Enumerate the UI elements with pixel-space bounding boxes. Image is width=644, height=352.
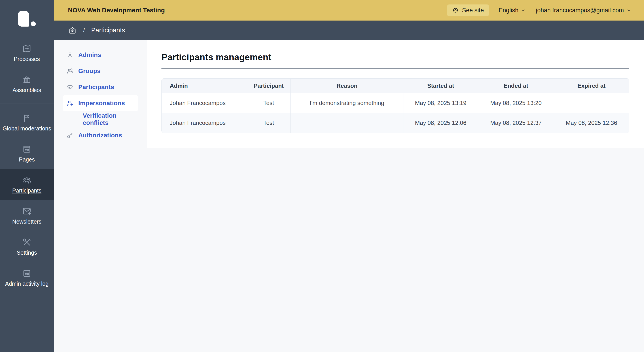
- submenu-item-label: Participants: [78, 84, 114, 91]
- table-cell: Test: [247, 93, 290, 113]
- decidim-logo-icon: [18, 11, 36, 26]
- main-panel: Participants management AdminParticipant…: [147, 40, 644, 148]
- language-label: English: [499, 7, 518, 14]
- title-divider: [162, 68, 629, 69]
- user-email: johan.francocampos@gmail.com: [536, 7, 624, 14]
- submenu-item-impersonations[interactable]: Impersonations: [62, 95, 138, 111]
- hand-heart-icon: [66, 83, 74, 91]
- sidebar-divider: [0, 103, 54, 103]
- user-add-icon: [66, 99, 74, 107]
- main-area: Participants management AdminParticipant…: [147, 40, 644, 352]
- submenu-item-authorizations[interactable]: Authorizations: [62, 127, 138, 143]
- page-icon: [22, 268, 32, 278]
- submenu-item-participants[interactable]: Participants: [62, 79, 138, 95]
- admin-sidebar: ProcessesAssembliesGlobal moderationsPag…: [0, 0, 54, 352]
- top-bar: NOVA Web Development Testing See site En…: [54, 0, 644, 20]
- column-header-participant: Participant: [247, 79, 290, 93]
- table-cell: Test: [247, 113, 290, 133]
- table-cell: May 08, 2025 12:36: [554, 113, 629, 133]
- logo-bar-shape: [18, 11, 29, 26]
- table-cell: May 08, 2025 12:37: [478, 113, 554, 133]
- submenu-item-admins[interactable]: Admins: [62, 47, 138, 63]
- sidebar-item-pages[interactable]: Pages: [0, 138, 54, 169]
- table-row: Johan FrancocamposTestMay 08, 2025 12:06…: [162, 113, 629, 133]
- sidebar-item-label: Processes: [14, 56, 40, 62]
- home-gear-icon: [68, 26, 77, 35]
- sidebar-item-assemblies[interactable]: Assemblies: [0, 69, 54, 100]
- impersonations-table-wrap: AdminParticipantReasonStarted atEnded at…: [162, 78, 629, 133]
- page-icon: [22, 144, 32, 154]
- page-background: [147, 148, 644, 352]
- see-site-label: See site: [462, 7, 484, 14]
- table-cell: May 08, 2025 12:06: [404, 113, 478, 133]
- flag-icon: [22, 113, 32, 123]
- eye-icon: [452, 7, 459, 14]
- submenu-item-label: Authorizations: [78, 132, 122, 139]
- submenu-item-label: Groups: [78, 67, 100, 75]
- page-title: Participants management: [162, 52, 629, 62]
- column-header-reason: Reason: [291, 79, 404, 93]
- sidebar-item-participants[interactable]: Participants: [0, 169, 54, 200]
- topbar-right-group: See site English johan.francocampos@gmai…: [447, 4, 632, 16]
- column-header-expired-at: Expired at: [554, 79, 629, 93]
- group-icon: [22, 175, 32, 185]
- column-header-ended-at: Ended at: [478, 79, 554, 93]
- content-area: AdminsGroupsParticipantsImpersonationsVe…: [54, 40, 644, 352]
- table-header-row: AdminParticipantReasonStarted atEnded at…: [162, 79, 629, 93]
- main-column: NOVA Web Development Testing See site En…: [54, 0, 644, 352]
- table-cell: May 08, 2025 13:19: [404, 93, 478, 113]
- logo-dot-shape: [31, 21, 36, 26]
- table-body: Johan FrancocamposTestI'm demonstrating …: [162, 93, 629, 133]
- breadcrumb-separator: /: [83, 26, 85, 34]
- key-icon: [66, 132, 74, 139]
- table-cell: [291, 113, 404, 133]
- sidebar-nav: ProcessesAssembliesGlobal moderationsPag…: [0, 37, 54, 293]
- participants-submenu: AdminsGroupsParticipantsImpersonationsVe…: [54, 40, 147, 352]
- building-icon: [22, 75, 32, 85]
- submenu-item-label: Verification conflicts: [83, 112, 138, 126]
- user-icon: [66, 51, 74, 59]
- user-menu-dropdown[interactable]: johan.francocampos@gmail.com: [536, 7, 632, 14]
- sidebar-item-settings[interactable]: Settings: [0, 231, 54, 262]
- table-row: Johan FrancocamposTestI'm demonstrating …: [162, 93, 629, 113]
- breadcrumb-current[interactable]: Participants: [91, 26, 125, 34]
- sidebar-item-global-moderations[interactable]: Global moderations: [0, 107, 54, 138]
- submenu-item-label: Impersonations: [78, 100, 125, 107]
- column-header-admin: Admin: [162, 79, 247, 93]
- chevron-down-icon: [626, 7, 632, 13]
- sidebar-item-processes[interactable]: Processes: [0, 37, 54, 69]
- organization-title: NOVA Web Development Testing: [68, 7, 165, 14]
- sidebar-item-label: Admin activity log: [5, 280, 49, 287]
- see-site-button[interactable]: See site: [447, 4, 489, 16]
- tools-icon: [22, 237, 32, 247]
- users-icon: [66, 67, 74, 75]
- submenu-item-verification-conflicts[interactable]: Verification conflicts: [62, 111, 138, 127]
- breadcrumb-home-link[interactable]: [68, 26, 77, 35]
- map-icon: [22, 44, 32, 54]
- submenu-item-label: Admins: [78, 51, 101, 58]
- table-cell: Johan Francocampos: [162, 113, 247, 133]
- sidebar-item-label: Pages: [19, 156, 35, 163]
- breadcrumb: / Participants: [54, 20, 644, 40]
- sidebar-item-label: Settings: [17, 249, 37, 256]
- sidebar-item-label: Global moderations: [3, 125, 51, 132]
- sidebar-item-label: Participants: [12, 187, 42, 194]
- mail-add-icon: [22, 206, 32, 216]
- sidebar-item-label: Assemblies: [12, 87, 41, 93]
- impersonations-table: AdminParticipantReasonStarted atEnded at…: [162, 79, 629, 133]
- submenu-item-groups[interactable]: Groups: [62, 63, 138, 79]
- table-cell: I'm demonstrating something: [291, 93, 404, 113]
- table-cell: May 08, 2025 13:20: [478, 93, 554, 113]
- sidebar-item-admin-activity-log[interactable]: Admin activity log: [0, 262, 54, 293]
- sidebar-item-newsletters[interactable]: Newsletters: [0, 200, 54, 231]
- column-header-started-at: Started at: [404, 79, 478, 93]
- brand-logo[interactable]: [0, 0, 54, 37]
- table-cell: Johan Francocampos: [162, 93, 247, 113]
- chevron-down-icon: [520, 7, 526, 13]
- table-cell: [554, 93, 629, 113]
- language-dropdown[interactable]: English: [499, 7, 526, 14]
- sidebar-item-label: Newsletters: [12, 218, 42, 225]
